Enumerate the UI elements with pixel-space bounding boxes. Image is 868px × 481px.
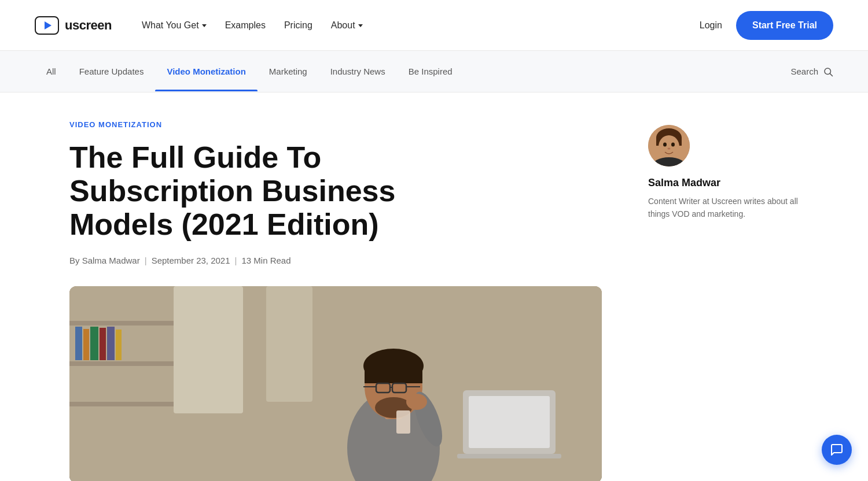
logo-text: uscreen [65,18,112,33]
svg-rect-3 [174,286,243,413]
nav-pricing[interactable]: Pricing [277,16,319,35]
nav-about[interactable]: About [324,16,370,35]
logo-link[interactable]: uscreen [35,16,112,35]
svg-rect-30 [396,410,410,434]
svg-rect-8 [75,327,82,360]
navbar: uscreen What You Get Examples Pricing Ab… [0,0,868,51]
category-links: All Feature Updates Video Monetization M… [35,62,464,81]
article-date: September 23, 2021 [152,256,230,265]
svg-rect-12 [107,327,115,360]
article-meta: By Salma Madwar | September 23, 2021 | 1… [69,256,613,265]
search-label: Search [790,66,818,76]
svg-rect-7 [69,402,174,406]
chevron-down-icon [358,24,363,27]
svg-rect-18 [365,366,422,383]
svg-point-37 [668,148,671,150]
cat-all[interactable]: All [35,62,68,81]
search-icon [823,66,833,77]
svg-point-26 [406,394,427,410]
svg-rect-29 [457,454,561,458]
login-link[interactable]: Login [700,20,722,31]
meta-separator-1: | [145,256,147,265]
author-bio: Content Writer at Uscreen writes about a… [648,195,799,221]
svg-rect-6 [69,361,174,366]
cat-be-inspired[interactable]: Be Inspired [397,62,464,81]
svg-rect-11 [100,328,106,360]
svg-rect-4 [266,286,312,402]
hero-illustration [69,286,602,481]
svg-rect-28 [469,396,550,448]
svg-rect-13 [116,330,122,360]
svg-point-36 [671,143,675,147]
avatar-illustration [648,125,690,166]
start-free-trial-button[interactable]: Start Free Trial [736,11,833,40]
nav-left: uscreen What You Get Examples Pricing Ab… [35,16,370,35]
main-content: VIDEO MONETIZATION The Full Guide To Sub… [35,92,833,481]
svg-rect-5 [69,321,174,325]
cat-marketing[interactable]: Marketing [258,62,319,81]
svg-point-34 [659,135,679,158]
author-name: Salma Madwar [648,177,799,189]
article-category: VIDEO MONETIZATION [69,120,613,129]
cat-feature-updates[interactable]: Feature Updates [68,62,156,81]
chat-icon [830,443,844,457]
nav-examples[interactable]: Examples [218,16,273,35]
search-button[interactable]: Search [790,66,833,77]
article-area: VIDEO MONETIZATION The Full Guide To Sub… [69,120,613,481]
chat-widget[interactable] [822,435,852,465]
meta-separator-2: | [235,256,237,265]
cat-industry-news[interactable]: Industry News [319,62,397,81]
logo-icon [35,16,59,35]
svg-rect-9 [83,329,89,360]
article-author: By Salma Madwar [69,256,140,265]
image-background [69,286,602,481]
category-bar: All Feature Updates Video Monetization M… [0,51,868,92]
svg-line-1 [830,73,832,76]
article-hero-image [69,286,602,481]
sidebar: Salma Madwar Content Writer at Uscreen w… [648,120,799,481]
svg-rect-10 [90,327,98,360]
chevron-down-icon [202,24,207,27]
article-title: The Full Guide To Subscription Business … [69,140,503,242]
author-card: Salma Madwar Content Writer at Uscreen w… [648,125,799,221]
cat-video-monetization[interactable]: Video Monetization [155,62,257,81]
nav-what-you-get[interactable]: What You Get [135,16,214,35]
article-read-time: 13 Min Read [241,256,290,265]
nav-right: Login Start Free Trial [700,11,833,40]
svg-point-35 [663,143,667,147]
nav-links: What You Get Examples Pricing About [135,16,370,35]
author-avatar [648,125,690,166]
